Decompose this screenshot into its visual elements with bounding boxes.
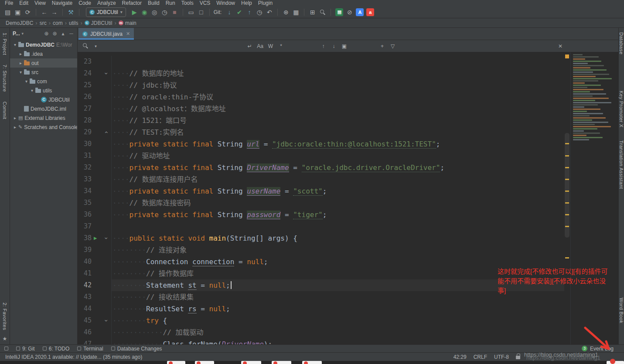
code-line-34[interactable]: 34····private static final String userNa… [78,185,564,197]
locate-icon[interactable]: ⊕ [43,31,50,37]
tree-item-jdbcutil[interactable]: CJDBCUtil [10,95,77,104]
code-line-38[interactable]: 38▶›····public static void main(String[]… [78,232,564,244]
tree-item-out[interactable]: ▸out [10,58,77,68]
breadcrumb-demojdbc[interactable]: DemoJDBC [4,20,34,26]
code-line-24[interactable]: 24›····// 数据库的地址 [78,68,564,79]
line-separator[interactable]: CRLF [474,354,487,360]
menu-run[interactable]: Run [163,0,178,6]
push-icon[interactable]: ↑ [244,7,254,17]
tool-button-6-todo[interactable]: 6: TODO [43,346,70,352]
run-line-icon[interactable]: ▶ [94,232,97,244]
search-history-icon[interactable]: ▾ [92,44,99,48]
code-line-35[interactable]: 35····// 数据库连接密码 [78,197,564,209]
chevron-right-icon[interactable]: ▸ [13,125,17,129]
debug-icon[interactable]: ◉ [140,7,150,17]
tool-button-database[interactable]: Database [619,32,624,54]
menu-file[interactable]: File [2,0,16,6]
profiler-icon[interactable]: ◷ [160,7,170,17]
code-line-47[interactable]: 47············Class.forName(DriverName); [78,338,564,344]
chevron-right-icon[interactable]: ▸ [18,61,23,65]
breadcrumb-src[interactable]: src [38,20,48,26]
coverage-icon[interactable]: ◎ [150,7,160,17]
code-line-42[interactable]: 42········Statement st = null; [78,279,564,291]
ocr-plugin-icon[interactable]: a [366,8,374,16]
tool-button-event-log[interactable]: Event Log [590,346,614,352]
menu-analyze[interactable]: Analyze [94,0,119,6]
collapse-all-icon[interactable]: ▴ [60,31,66,37]
next-occurrence-icon[interactable]: ↓ [331,43,337,49]
menu-refactor[interactable]: Refactor [119,0,145,6]
translate-plugin-icon[interactable]: A [356,8,364,16]
menu-view[interactable]: View [31,0,49,6]
menu-tools[interactable]: Tools [178,0,197,6]
close-tab-icon[interactable]: ✕ [126,31,130,37]
breadcrumb-utils[interactable]: utils [68,20,79,26]
tool-button-9-git[interactable]: 9: Git [16,346,35,352]
newline-icon[interactable]: ↵ [246,43,253,49]
code-line-45[interactable]: 45›········try { [78,315,564,327]
readonly-lock-icon[interactable] [516,356,520,359]
menu-code[interactable]: Code [75,0,94,6]
back-icon[interactable]: ← [39,7,49,17]
structure-icon[interactable]: ▦ [291,7,301,17]
rollback-icon[interactable]: ↶ [264,7,274,17]
code-line-26[interactable]: 26····// oracle:thin-子协议 [78,91,564,103]
chevron-right-icon[interactable]: ▸ [18,51,23,56]
find-icon[interactable] [317,7,327,17]
excel-plugin-icon[interactable]: ▦ [335,8,343,16]
tool-button-1-project[interactable]: 1: Project [2,33,7,55]
forward-icon[interactable]: → [49,7,59,17]
code-line-23[interactable]: 23 [78,56,564,68]
add-occurrence-icon[interactable]: + [379,43,385,49]
tool-window-switcher-icon[interactable] [4,347,8,350]
run-config-select[interactable]: CJDBCUtil▾ [86,7,126,17]
code-line-28[interactable]: 28····// 1521：端口号 [78,115,564,126]
menu-build[interactable]: Build [145,0,163,6]
project-panel-title[interactable]: P... [13,31,20,37]
breadcrumb-main[interactable]: mmain [117,20,138,26]
code-area[interactable]: 2324›····// 数据库的地址25····// jdbc:协议26····… [78,52,564,344]
close-search-icon[interactable]: ✕ [558,43,563,49]
tool-button-key-promoter-x[interactable]: Key Promoter X [619,91,624,128]
match-case-toggle[interactable]: Aa [257,43,263,49]
menu-edit[interactable]: Edit [16,0,31,6]
tree-item-com[interactable]: ▾com [10,77,77,86]
chevron-down-icon[interactable]: ▾ [30,88,34,93]
code-line-33[interactable]: 33····// 数据库连接用户名 [78,173,564,185]
menu-help[interactable]: Help [238,0,255,6]
code-line-40[interactable]: 40········Connection connection = null; [78,256,564,268]
tree-item-demojdbc[interactable]: ▾DemoJDBCE:\Wor [10,40,77,49]
fold-expanded-icon[interactable]: › [100,236,112,240]
fold-expanded-icon[interactable]: › [100,71,112,75]
commit-icon[interactable]: ✔ [234,7,244,17]
code-line-44[interactable]: 44········ResultSet rs = null; [78,303,564,315]
code-line-41[interactable]: 41········// 操作数据库 [78,268,564,279]
fold-expanded-icon[interactable]: › [100,319,112,322]
stop-icon[interactable]: ■ [170,7,180,17]
tree-item-idea[interactable]: ▸.idea [10,49,77,58]
chevron-right-icon[interactable]: ▸ [13,116,17,120]
tool-button-translation-assistant[interactable]: Translation Assistant [619,140,624,189]
tool-button-database-changes[interactable]: Database Changes [111,346,162,352]
open-icon[interactable]: ▤ [3,7,13,17]
chevron-down-icon[interactable]: ▾ [24,79,29,84]
code-line-36[interactable]: 36····private static final String passwo… [78,209,564,221]
tool-button-7-structure[interactable]: 7: Structure [2,65,7,92]
file-encoding[interactable]: UTF-8 [494,354,509,360]
menu-vcs[interactable]: VCS [197,0,214,6]
tree-item-src[interactable]: ▾src [10,68,77,77]
tool-button-terminal[interactable]: Terminal [77,346,103,352]
menu-plugin[interactable]: Plugin [255,0,276,6]
run-icon[interactable]: ▶ [130,7,140,17]
favorites-star-icon[interactable]: ★ [3,336,7,342]
code-line-37[interactable]: 37 [78,221,564,232]
tree-item-utils[interactable]: ▾utils [10,86,77,95]
build-icon[interactable]: ⚒ [66,7,76,17]
words-toggle[interactable]: W [267,43,274,49]
code-line-27[interactable]: 27····// @localhost：数据库地址 [78,103,564,115]
code-line-32[interactable]: 32····private static final String Driver… [78,162,564,173]
tree-item-demojdbc-iml[interactable]: DemoJDBC.iml [10,104,77,113]
tool-button-2-favorites[interactable]: 2: Favorites [2,303,7,330]
code-line-25[interactable]: 25····// jdbc:协议 [78,79,564,91]
update-icon[interactable]: ↓ [224,7,234,17]
